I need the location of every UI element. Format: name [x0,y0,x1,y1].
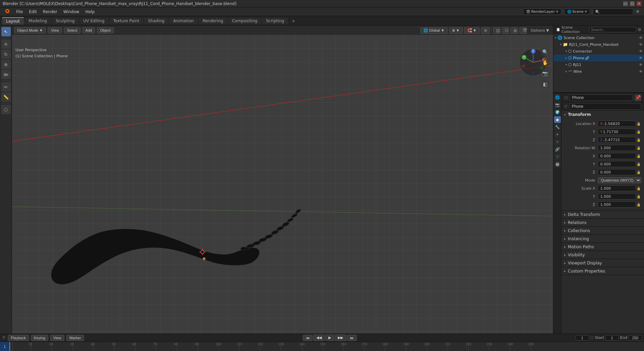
tab-rendering[interactable]: Rendering [198,18,227,24]
zoom-in-button[interactable]: 🔍 [540,47,550,57]
outliner-search-input[interactable] [589,27,636,32]
rotation-w-value[interactable]: 1.000 [598,145,636,151]
rotation-mode-select[interactable]: Quaternion (WXYZ) Euler XYZ Axis Angle [598,177,641,183]
options-label[interactable]: Options ▼ [529,28,551,33]
annotate-tool-button[interactable]: ✏ [1,82,11,92]
file-menu[interactable]: File [13,9,26,15]
render-menu[interactable]: Render [40,9,60,15]
prev-keyframe-button[interactable]: ◀◀ [313,334,325,341]
object-name-input[interactable] [570,94,633,101]
play-button[interactable]: ▶ [325,334,334,341]
outliner-filter-icon[interactable]: ⚙ [638,27,641,32]
filter-icon[interactable]: ⚙ [636,9,639,14]
rotation-x-value[interactable]: 0.000 [598,153,636,159]
object-menu-btn[interactable]: Object [97,27,114,33]
pan-button[interactable]: ✋ [540,58,550,67]
tab-texture-paint[interactable]: Texture Paint [109,18,143,24]
custom-properties-section[interactable]: ▸ Custom Properties [561,267,644,275]
add-cube-button[interactable]: ⬡ [1,105,11,114]
outliner-row-rj11-handset[interactable]: ▾ 📁 RJ11_Cord_Phone_Handset 👁 [553,41,644,48]
view-menu-btn[interactable]: View [48,27,62,33]
rj11-visibility-icon[interactable]: 👁 [639,42,643,47]
relations-section[interactable]: ▸ Relations [561,219,644,227]
camera-view-button[interactable]: 📷 [540,69,550,78]
tab-layout[interactable]: Layout [2,17,24,25]
minimize-button[interactable]: — [623,1,628,6]
viewport-snap[interactable]: 🧲 ▼ [464,27,480,34]
timeline-view-btn[interactable]: View [50,335,64,341]
close-button[interactable]: ✕ [637,1,641,6]
start-frame-input[interactable] [605,335,619,341]
scale-tool-button[interactable]: ⊕ [1,60,11,69]
end-frame-input[interactable] [629,335,642,341]
prop-tab-world[interactable]: 🌍 [554,109,561,116]
window-controls[interactable]: — ☐ ✕ [623,1,641,6]
rotation-x-lock[interactable]: 🔒 [637,154,641,158]
delta-transform-section[interactable]: ▸ Delta Transform [561,211,644,219]
shading-render[interactable]: 🎬 [519,27,527,34]
scale-y-lock[interactable]: 🔒 [637,195,641,198]
measure-tool-button[interactable]: 📏 [1,92,11,102]
prop-tab-modifier[interactable]: 🔧 [554,124,561,130]
tab-modeling[interactable]: Modeling [25,18,51,24]
location-x-value[interactable]: X -1.56820 [598,121,636,127]
prop-tab-object[interactable]: ◉ [554,116,561,123]
prop-tab-renderlayer[interactable]: 📷 [554,101,561,108]
object-data-input[interactable] [569,103,641,110]
transform-header[interactable]: ▾ Transform [561,110,644,119]
shading-solid[interactable]: ⬡ [502,27,509,34]
connector-visibility-icon[interactable]: 👁 [639,49,643,54]
proportional-edit[interactable]: ⊙ [481,27,490,34]
add-menu-btn[interactable]: Add [83,27,95,33]
tab-compositing[interactable]: Compositing [228,18,261,24]
select-tool-button[interactable]: ↖ [1,27,11,36]
marker-btn[interactable]: Marker [66,335,84,341]
scale-x-value[interactable]: 1.000 [598,185,636,191]
location-z-value[interactable]: Z -3.47715 [598,137,636,143]
viewport-canvas[interactable]: User Perspective (1) Scene Collection | … [12,35,553,333]
global-search[interactable] [595,10,631,14]
rj11-obj-visibility-icon[interactable]: 👁 [639,63,643,67]
location-x-lock[interactable]: 🔒 [637,122,641,126]
outliner-row-rj11[interactable]: ▾ ⬡ RJ11 👁 [553,61,644,68]
prop-tab-scene[interactable]: 🌐 [554,94,561,101]
rotate-tool-button[interactable]: ↻ [1,50,11,59]
location-z-lock[interactable]: 🔒 [637,138,641,142]
visibility-icon[interactable]: 👁 [639,36,643,40]
split-view-button[interactable]: ◧ [540,79,550,89]
shading-wire[interactable]: ◫ [493,27,501,34]
timeline-body[interactable]: 1 10203040506070809010011012013014015016… [0,342,644,351]
visibility-section[interactable]: ▸ Visibility [561,251,644,259]
select-menu-btn[interactable]: Select [64,27,80,33]
rotation-y-lock[interactable]: 🔒 [637,162,641,166]
prop-tab-material[interactable]: ⬤ [554,161,561,167]
jump-start-button[interactable]: ⏮ [303,335,313,341]
location-y-lock[interactable]: 🔒 [637,130,641,134]
jump-end-button[interactable]: ⏭ [347,335,357,341]
viewport-display-section[interactable]: ▸ Viewport Display [561,259,644,267]
scale-x-lock[interactable]: 🔒 [637,187,641,190]
tab-animation[interactable]: Animation [169,18,198,24]
mode-selector[interactable]: Object Mode ▼ [14,27,46,33]
blender-menu[interactable] [2,8,13,15]
prop-tab-constraint[interactable]: 🔗 [554,146,561,153]
next-keyframe-button[interactable]: ▶▶ [335,334,346,341]
current-frame-input[interactable] [576,335,589,341]
edit-menu[interactable]: Edit [26,9,39,15]
rotation-z-lock[interactable]: 🔒 [637,170,641,174]
prop-tab-particles[interactable]: ✦ [554,131,561,138]
rotation-w-lock[interactable]: 🔒 [637,146,641,150]
phone-object[interactable] [39,165,302,307]
outliner-row-connector[interactable]: ▾ ⬡ Connector 👁 [553,48,644,55]
outliner-row-scene[interactable]: ▾ 🌐 Scene Collection 👁 [553,34,644,41]
object-pin-button[interactable]: 📌 [635,94,641,101]
viewport-3d[interactable]: Object Mode ▼ View Select Add Object 🌐 G… [12,26,553,333]
outliner-row-wire[interactable]: ▸ 〰 Wire 👁 [553,68,644,75]
transform-tool-button[interactable]: ⟴ [1,70,11,79]
instancing-section[interactable]: ▸ Instancing [561,235,644,243]
tab-uv-editing[interactable]: UV Editing [79,18,108,24]
viewport-shading-global[interactable]: 🌐 Global ▼ [420,27,448,34]
phone-visibility-icon[interactable]: 👁 [639,56,643,60]
shading-material[interactable]: ◎ [511,27,518,34]
help-menu[interactable]: Help [83,9,97,15]
